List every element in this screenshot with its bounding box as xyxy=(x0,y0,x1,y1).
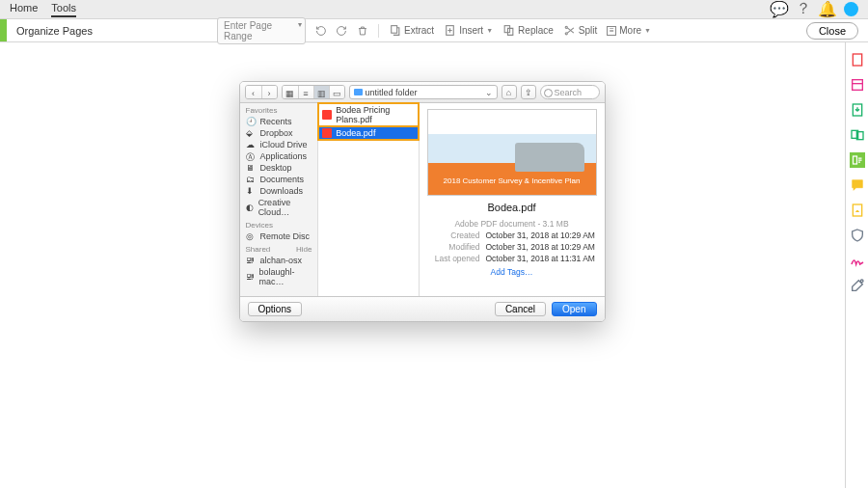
tag-button[interactable]: ⌂ xyxy=(502,85,517,99)
search-input[interactable]: Search xyxy=(540,85,600,99)
insert-label: Insert xyxy=(459,25,483,36)
close-button[interactable]: Close xyxy=(806,22,858,40)
sidebar-item-shared2[interactable]: 🖳bolaughl-mac… xyxy=(240,266,318,287)
view-icons-button[interactable]: ▦ xyxy=(283,86,298,99)
bell-icon[interactable]: 🔔 xyxy=(820,2,834,16)
svg-rect-5 xyxy=(853,54,861,66)
page-title: Organize Pages xyxy=(7,25,102,37)
preview-filename: Bodea.pdf xyxy=(427,202,597,213)
sign-icon[interactable] xyxy=(850,253,865,268)
organize-pages-icon[interactable] xyxy=(850,152,865,168)
pdf-icon xyxy=(322,128,332,138)
finder-sidebar: Favorites 🕘Recents ⬙Dropbox ☁iCloud Driv… xyxy=(240,103,319,296)
location-label: untitled folder xyxy=(366,88,418,97)
desktop-icon: 🖥 xyxy=(246,163,256,173)
folder-icon xyxy=(354,89,363,95)
svg-point-12 xyxy=(860,280,863,283)
view-gallery-button[interactable]: ▭ xyxy=(329,86,344,99)
sidebar-item-documents[interactable]: 🗂Documents xyxy=(240,174,318,185)
sidebar-devices-header: Devices xyxy=(240,218,318,230)
downloads-icon: ⬇ xyxy=(246,186,256,196)
rotate-right-icon[interactable] xyxy=(336,24,347,38)
protect-icon[interactable] xyxy=(850,228,865,243)
split-button[interactable]: Split xyxy=(563,24,597,37)
open-button[interactable]: Open xyxy=(552,302,596,316)
accent-strip xyxy=(0,19,7,41)
search-placeholder: Search xyxy=(555,88,583,97)
preview-meta: Adobe PDF document - 3.1 MB CreatedOctob… xyxy=(427,219,597,278)
preview-pane: 2018 Customer Survey & Incentive Plan Bo… xyxy=(420,103,605,296)
recents-icon: 🕘 xyxy=(246,117,256,126)
more-button[interactable]: ≡More▼ xyxy=(607,25,651,36)
more-tools-icon[interactable] xyxy=(850,278,865,293)
nav-back-button[interactable]: ‹ xyxy=(246,86,261,99)
sidebar-item-recents[interactable]: 🕘Recents xyxy=(240,116,318,127)
delete-icon[interactable] xyxy=(357,24,368,38)
sidebar-item-shared1[interactable]: 🖳alchan-osx xyxy=(240,255,318,266)
comment-icon[interactable] xyxy=(850,177,865,193)
sidebar-item-applications[interactable]: ⒶApplications xyxy=(240,150,318,162)
tab-tools[interactable]: Tools xyxy=(51,2,76,17)
sidebar-item-remotedisc[interactable]: ◎Remote Disc xyxy=(240,230,318,242)
nav-fwd-button[interactable]: › xyxy=(261,86,277,99)
sidebar-item-desktop[interactable]: 🖥Desktop xyxy=(240,162,318,174)
dialog-body: Favorites 🕘Recents ⬙Dropbox ☁iCloud Driv… xyxy=(240,103,605,296)
dropbox-icon: ⬙ xyxy=(246,128,256,138)
replace-button[interactable]: Replace xyxy=(502,24,554,37)
create-pdf-icon[interactable] xyxy=(850,52,865,68)
sidebar-item-icloud[interactable]: ☁iCloud Drive xyxy=(240,139,318,150)
svg-point-4 xyxy=(565,33,567,35)
thumb-graphic xyxy=(515,143,584,172)
location-select[interactable]: untitled folder xyxy=(349,85,498,99)
disc-icon: ◎ xyxy=(246,231,256,241)
avatar[interactable] xyxy=(844,2,858,16)
preview-thumbnail: 2018 Customer Survey & Incentive Plan xyxy=(427,109,597,196)
edit-pdf-icon[interactable] xyxy=(850,77,865,93)
topbar-tabs: Home Tools xyxy=(10,2,76,17)
tab-home[interactable]: Home xyxy=(10,2,38,17)
secondary-toolbar: Organize Pages Enter Page Range Extract … xyxy=(0,19,868,42)
extract-label: Extract xyxy=(404,25,434,36)
view-list-button[interactable]: ≡ xyxy=(298,86,313,99)
chat-icon[interactable]: 💬 xyxy=(772,2,786,16)
svg-rect-10 xyxy=(853,156,856,164)
file-open-dialog: ‹› ▦ ≡ ▥ ▭ untitled folder ⌂ ⇪ Search Fa… xyxy=(239,81,606,322)
rotate-left-icon[interactable] xyxy=(315,24,327,38)
page-range-select[interactable]: Enter Page Range xyxy=(217,17,306,44)
apps-icon: Ⓐ xyxy=(246,151,256,161)
export-pdf-icon[interactable] xyxy=(850,102,865,118)
options-button[interactable]: Options xyxy=(248,302,302,316)
extract-button[interactable]: Extract xyxy=(389,24,434,37)
split-label: Split xyxy=(579,25,597,36)
help-icon[interactable]: ？ xyxy=(796,2,810,16)
view-columns-button[interactable]: ▥ xyxy=(313,86,329,99)
sidebar-shared-header: SharedHide xyxy=(240,242,318,255)
sidebar-item-downloads[interactable]: ⬇Downloads xyxy=(240,185,318,197)
toolbar-center: Enter Page Range Extract Insert▼ Replace… xyxy=(217,17,651,44)
sidebar-item-dropbox[interactable]: ⬙Dropbox xyxy=(240,127,318,139)
cc-icon: ◐ xyxy=(246,203,254,212)
computer-icon: 🖳 xyxy=(246,272,255,282)
fill-sign-icon[interactable] xyxy=(850,203,865,218)
insert-button[interactable]: Insert▼ xyxy=(444,24,493,37)
more-label: More xyxy=(619,25,641,36)
svg-rect-0 xyxy=(392,26,397,34)
topbar-right: 💬 ？ 🔔 xyxy=(772,2,858,16)
svg-point-3 xyxy=(565,26,567,28)
sidebar-favorites-header: Favorites xyxy=(240,103,318,116)
cloud-icon: ☁ xyxy=(246,140,256,149)
share-button[interactable]: ⇪ xyxy=(521,85,536,99)
svg-rect-6 xyxy=(852,80,862,91)
file-item[interactable]: Bodea Pricing Plans.pdf xyxy=(318,103,418,126)
file-item-selected[interactable]: Bodea.pdf xyxy=(318,126,418,140)
replace-label: Replace xyxy=(518,25,554,36)
hide-link[interactable]: Hide xyxy=(296,245,312,254)
add-tags-link[interactable]: Add Tags… xyxy=(427,267,597,279)
right-tool-rail xyxy=(845,42,868,488)
dialog-toolbar: ‹› ▦ ≡ ▥ ▭ untitled folder ⌂ ⇪ Search xyxy=(240,82,605,103)
preview-kind: Adobe PDF document - 3.1 MB xyxy=(427,219,597,230)
combine-icon[interactable] xyxy=(850,127,865,143)
computer-icon: 🖳 xyxy=(246,256,256,265)
sidebar-item-creativecloud[interactable]: ◐Creative Cloud… xyxy=(240,197,318,218)
cancel-button[interactable]: Cancel xyxy=(495,302,546,316)
